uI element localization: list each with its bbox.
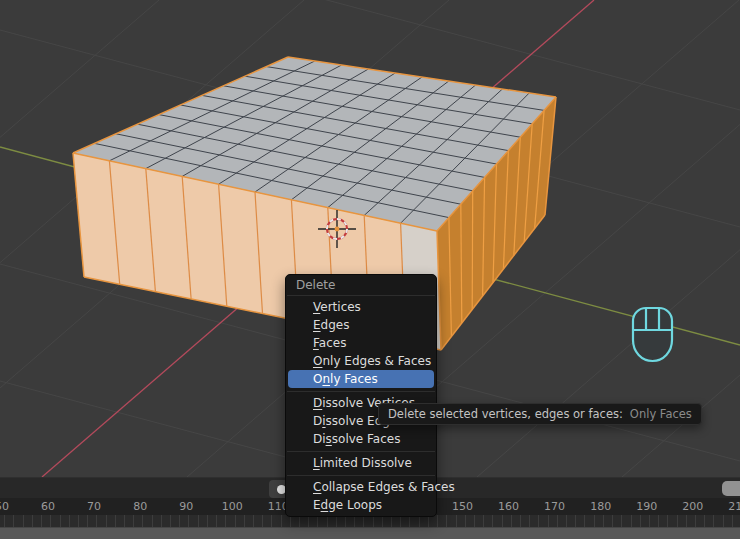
cursor3d-center-dot: [335, 227, 340, 232]
frame-number: 50: [0, 500, 19, 513]
frame-tick: [198, 515, 199, 527]
delete-menu: Delete VerticesEdgesFacesOnly Edges & Fa…: [285, 274, 437, 517]
frame-tick: [78, 515, 79, 527]
frame-number: 160: [492, 500, 526, 513]
right-wall-edge: [472, 191, 473, 310]
frame-number: 210: [722, 500, 740, 513]
frame-number: 170: [538, 500, 572, 513]
menu-item-limited-dissolve[interactable]: Limited Dissolve: [288, 454, 434, 472]
frame-number: 80: [123, 500, 157, 513]
frame-tick: [612, 515, 613, 527]
frame-number: 200: [676, 500, 710, 513]
frame-tick: [60, 515, 61, 527]
frame-tick: [207, 515, 208, 527]
frame-tick: [133, 515, 134, 527]
timeline-track-band[interactable]: [0, 527, 740, 539]
tooltip-value: Only Faces: [630, 407, 692, 421]
frame-tick: [170, 515, 171, 527]
frame-tick: [465, 515, 466, 527]
frame-tick: [492, 515, 493, 527]
frame-tick: [511, 515, 512, 527]
frame-tick: [474, 515, 475, 527]
frame-tick: [50, 515, 51, 527]
frame-tick: [262, 515, 263, 527]
frame-tick: [557, 515, 558, 527]
frame-tick: [483, 515, 484, 527]
frame-tick: [271, 515, 272, 527]
menu-item-only-edges-faces[interactable]: Only Edges & Faces: [288, 352, 434, 370]
menu-item-dissolve-faces[interactable]: Dissolve Faces: [288, 430, 434, 448]
frame-tick: [502, 515, 503, 527]
frame-tick: [281, 515, 282, 527]
menu-item-only-faces[interactable]: Only Faces: [288, 370, 434, 388]
menu-item-faces[interactable]: Faces: [288, 334, 434, 352]
menu-separator: [287, 475, 435, 476]
frame-tick: [225, 515, 226, 527]
frame-number: 70: [77, 500, 111, 513]
delete-menu-title: Delete: [286, 275, 436, 295]
menu-item-edges[interactable]: Edges: [288, 316, 434, 334]
frame-tick: [631, 515, 632, 527]
frame-tick: [649, 515, 650, 527]
frame-tick: [704, 515, 705, 527]
tooltip-text: Delete selected vertices, edges or faces…: [388, 407, 623, 421]
frame-tick: [713, 515, 714, 527]
frame-tick: [142, 515, 143, 527]
menu-header-separator: [287, 295, 435, 296]
frame-tick: [529, 515, 530, 527]
frame-tick: [106, 515, 107, 527]
menu-separator: [287, 451, 435, 452]
frame-tick: [115, 515, 116, 527]
frame-tick: [446, 515, 447, 527]
frame-tick: [548, 515, 549, 527]
frame-tick: [686, 515, 687, 527]
frame-tick: [520, 515, 521, 527]
frame-number: 90: [169, 500, 203, 513]
frame-tick: [152, 515, 153, 527]
frame-tick: [96, 515, 97, 527]
menu-item-collapse-edges-faces[interactable]: Collapse Edges & Faces: [288, 478, 434, 496]
frame-tick: [538, 515, 539, 527]
frame-tick: [677, 515, 678, 527]
frame-number: 60: [31, 500, 65, 513]
frame-tick: [732, 515, 733, 527]
frame-number: 190: [630, 500, 664, 513]
blender-window: 5060708090100110120130140150160170180190…: [0, 0, 740, 539]
frame-number: 150: [446, 500, 480, 513]
frame-tick: [244, 515, 245, 527]
frame-tick: [584, 515, 585, 527]
frame-tick: [667, 515, 668, 527]
frame-number: 180: [584, 500, 618, 513]
frame-tick: [253, 515, 254, 527]
frame-tick: [723, 515, 724, 527]
frame-tick: [235, 515, 236, 527]
frame-tick: [658, 515, 659, 527]
frame-tick: [41, 515, 42, 527]
menu-separator: [287, 391, 435, 392]
timeline-scrollbar-handle[interactable]: [722, 481, 740, 496]
frame-tick: [161, 515, 162, 527]
frame-tick: [437, 515, 438, 527]
tooltip: Delete selected vertices, edges or faces…: [378, 403, 702, 425]
frame-tick: [23, 515, 24, 527]
frame-tick: [566, 515, 567, 527]
frame-tick: [124, 515, 125, 527]
mouse-icon: [633, 308, 672, 361]
menu-item-vertices[interactable]: Vertices: [288, 298, 434, 316]
frame-tick: [640, 515, 641, 527]
frame-tick: [456, 515, 457, 527]
frame-number: 100: [215, 500, 249, 513]
frame-tick: [32, 515, 33, 527]
frame-tick: [179, 515, 180, 527]
frame-tick: [69, 515, 70, 527]
frame-tick: [621, 515, 622, 527]
frame-tick: [695, 515, 696, 527]
frame-tick: [216, 515, 217, 527]
frame-tick: [594, 515, 595, 527]
frame-tick: [188, 515, 189, 527]
frame-tick: [87, 515, 88, 527]
frame-tick: [603, 515, 604, 527]
frame-tick: [4, 515, 5, 527]
frame-tick: [575, 515, 576, 527]
menu-item-edge-loops[interactable]: Edge Loops: [288, 496, 434, 514]
